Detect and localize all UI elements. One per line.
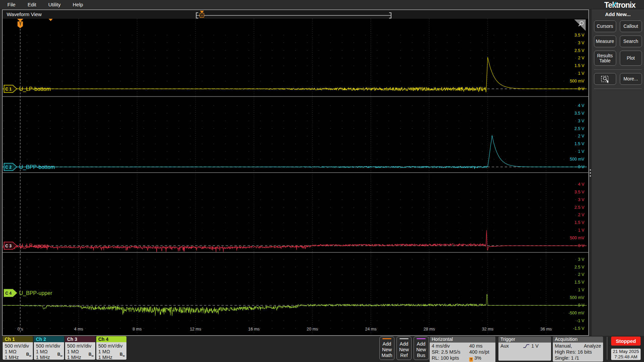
record-trigger-triangle[interactable] xyxy=(200,11,204,13)
time-label: 7:25:48 AM xyxy=(611,354,641,360)
button-stripe xyxy=(399,338,409,339)
acquisition-single: Single: 1 /1 xyxy=(555,355,601,361)
bandwidth-limit-badge: Bw xyxy=(57,352,62,359)
sidebar: Add New... CursorsCalloutMeasureSearchRe… xyxy=(592,9,644,336)
trigger-panel[interactable]: Trigger Aux 1 V xyxy=(498,337,551,361)
axis-label: 3 V xyxy=(578,257,584,262)
axis-label: 3 V xyxy=(578,119,584,123)
channel-tile-4[interactable]: Ch 4500 mV/div1 MΩ1 MHzBw xyxy=(96,336,126,360)
time-tick-label: 36 ms xyxy=(540,327,552,331)
add-new-buttons: Add New MathAdd New RefAdd New Bus xyxy=(379,337,429,360)
acquisition-title: Acquisition xyxy=(553,337,603,343)
record-length: RL: 100 kpts xyxy=(432,355,469,362)
waveform-trace-4[interactable] xyxy=(3,294,587,316)
time-tick-label: 24 ms xyxy=(365,327,376,331)
add-new-bus-button[interactable]: Add New Bus xyxy=(414,337,429,360)
channel-name-label[interactable]: U_BPP-bottom xyxy=(19,164,55,170)
waveform-trace-1[interactable] xyxy=(3,57,587,93)
run-stop-status[interactable]: Stopped xyxy=(611,337,641,346)
divider xyxy=(607,337,607,360)
channel-scale: 500 mV/div xyxy=(67,343,95,349)
menu-item-edit[interactable]: Edit xyxy=(28,2,36,7)
time-tick-label: 12 ms xyxy=(190,327,201,331)
axis-label: 1.5 V xyxy=(575,141,585,146)
channel-tile-body: 500 mV/div1 MΩ1 MHzBw xyxy=(65,342,95,360)
axis-label: -1.5 V xyxy=(573,326,585,331)
channel-scale: 500 mV/div xyxy=(98,343,126,349)
add-new-search-button[interactable]: Search xyxy=(620,36,642,47)
axis-label: 1.5 V xyxy=(575,280,585,285)
axis-label: 1.5 V xyxy=(575,63,585,68)
channel-tile-body: 500 mV/div1 MΩ1 MHzBw xyxy=(34,342,64,360)
menu-bar: FileEditUtilityHelp xyxy=(0,0,644,9)
axis-label: 2.5 V xyxy=(575,265,585,269)
expansion-point-marker[interactable] xyxy=(49,19,53,21)
add-new-math-button[interactable]: Add New Math xyxy=(379,337,394,360)
time-tick-label: 28 ms xyxy=(424,327,435,331)
resolution: 400 ns/pt xyxy=(469,349,493,355)
channel-name-label[interactable]: U_BPP-upper xyxy=(19,290,52,296)
channel-name-label[interactable]: U_LP-upper xyxy=(19,243,48,249)
add-new-callout-button[interactable]: Callout xyxy=(620,20,642,32)
bottom-bar: Ch 1500 mV/div1 MΩ1 MHzBwCh 2500 mV/div1… xyxy=(0,336,644,362)
waveform-plot[interactable]: TTC 1U_LP-bottomC 2U_BPP-bottomC 3U_LP-u… xyxy=(3,9,588,335)
channel-name-label[interactable]: U_LP-bottom xyxy=(19,86,51,92)
channel-tile-body: 500 mV/div1 MΩ1 MHzBw xyxy=(3,342,33,360)
menu-item-help[interactable]: Help xyxy=(73,2,83,7)
axis-label: 2.5 V xyxy=(575,48,585,53)
time-tick-label: 32 ms xyxy=(482,327,493,331)
trigger-flag-letter: T xyxy=(19,22,22,26)
trigger-marker-triangle[interactable] xyxy=(17,19,23,22)
menu-item-utility[interactable]: Utility xyxy=(48,2,61,7)
channel-badge-label: C 2 xyxy=(5,165,12,170)
channel-tile-body: 500 mV/div1 MΩ1 MHzBw xyxy=(96,342,126,360)
add-new-ref-button[interactable]: Add New Ref xyxy=(396,337,412,360)
axis-label: 1.5 V xyxy=(575,220,585,225)
axis-label: 3.5 V xyxy=(575,111,585,116)
acquisition-detail: High Res: 16 bits xyxy=(555,349,601,355)
splitter-grip[interactable] xyxy=(589,169,591,177)
trigger-level-cell: 1 V xyxy=(523,343,549,349)
more-button[interactable]: More... xyxy=(620,73,642,85)
axis-label: 4 V xyxy=(578,103,584,108)
channel-badge-label: C 4 xyxy=(5,291,12,296)
axis-label: 3.5 V xyxy=(575,190,585,194)
acquisition-analyze: Analyze xyxy=(584,343,601,349)
zoom-select-icon xyxy=(599,75,611,83)
rising-edge-icon xyxy=(523,344,530,349)
add-new-measure-button[interactable]: Measure xyxy=(594,36,616,47)
channel-tile-title: Ch 3 xyxy=(65,336,95,342)
axis-label: 1 V xyxy=(578,71,584,76)
add-new-cursors-button[interactable]: Cursors xyxy=(594,20,616,32)
acquisition-mode: Manual, xyxy=(555,343,572,349)
channel-tile-1[interactable]: Ch 1500 mV/div1 MΩ1 MHzBw xyxy=(3,336,33,360)
acquisition-panel[interactable]: Acquisition Manual, Analyze High Res: 16… xyxy=(553,337,603,362)
trigger-position: 3% xyxy=(474,355,481,361)
waveform-trace-3[interactable] xyxy=(3,230,587,252)
axis-label: -500 mV xyxy=(569,311,585,315)
horizontal-panel[interactable]: Horizontal 4 ms/div 40 ms SR: 2.5 MS/s 4… xyxy=(430,337,495,362)
sidebar-heading: Add New... xyxy=(592,9,644,17)
axis-label: 3 V xyxy=(578,41,584,45)
add-new-plot-button[interactable]: Plot xyxy=(620,51,642,66)
zoom-select-button[interactable] xyxy=(594,73,616,85)
trigger-level: 1 V xyxy=(531,343,539,349)
channel-scale: 500 mV/div xyxy=(5,343,33,349)
axis-label: 1 V xyxy=(578,228,584,233)
time-tick-label: 0 s xyxy=(17,327,23,331)
bandwidth-limit-badge: Bw xyxy=(89,352,94,359)
axis-label: 0 V xyxy=(578,165,584,169)
channel-tile-2[interactable]: Ch 2500 mV/div1 MΩ1 MHzBw xyxy=(34,336,64,360)
waveform-trace-2[interactable] xyxy=(3,135,587,169)
channel-tile-title: Ch 2 xyxy=(34,336,64,342)
axis-label: 2 V xyxy=(578,134,584,138)
bandwidth-limit-badge: Bw xyxy=(26,352,31,359)
axis-label: 500 mV xyxy=(570,157,585,162)
menu-item-file[interactable]: File xyxy=(7,2,15,7)
axis-label: 1 V xyxy=(578,288,584,292)
channel-tile-3[interactable]: Ch 3500 mV/div1 MΩ1 MHzBw xyxy=(65,336,95,360)
channel-tiles: Ch 1500 mV/div1 MΩ1 MHzBwCh 2500 mV/div1… xyxy=(3,336,126,360)
add-new-results-table-button[interactable]: Results Table xyxy=(594,51,616,66)
axis-label: 500 mV xyxy=(570,79,585,83)
axis-label: 0 V xyxy=(578,303,584,308)
